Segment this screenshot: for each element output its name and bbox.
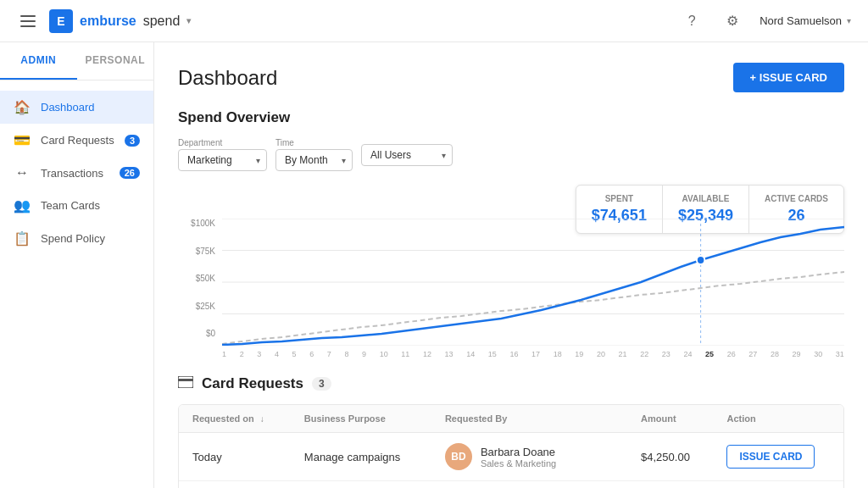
y-label-75k: $75K	[178, 247, 215, 256]
logo-brand: emburse	[80, 14, 136, 29]
chart-container: DECEMBER JANUARY ‹ › SPENT $74,651 AVAIL…	[178, 185, 844, 358]
app-logo: E emburse spend ▾	[49, 9, 191, 33]
sidebar-item-spend-policy[interactable]: 📋 Spend Policy	[0, 222, 153, 255]
y-label-0: $0	[178, 329, 215, 338]
cell-requested-on-0: Today	[179, 433, 291, 481]
department-filter-wrapper: Department Marketing Engineering Sales F…	[178, 138, 267, 171]
chart-svg	[222, 219, 844, 346]
active-cards-label: ACTIVE CARDS	[765, 194, 828, 203]
sidebar-tabs: ADMIN PERSONAL	[0, 42, 153, 80]
top-navigation: E emburse spend ▾ ? ⚙ Nord Samuelson ▾	[0, 0, 868, 42]
sidebar-label-transactions: Transactions	[41, 167, 109, 180]
sidebar-nav: 🏠 Dashboard 💳 Card Requests 3 ↔ Transact…	[0, 80, 153, 265]
y-label-25k: $25K	[178, 302, 215, 311]
y-label-50k: $50K	[178, 274, 215, 283]
dashboard-header: Dashboard + ISSUE CARD	[178, 63, 844, 92]
avatar-0: BD	[445, 443, 472, 470]
users-filter[interactable]: All Users Active Users	[361, 144, 453, 166]
card-requests-icon	[178, 376, 193, 391]
card-requests-badge: 3	[125, 135, 140, 147]
app-container: ADMIN PERSONAL 🏠 Dashboard 💳 Card Reques…	[0, 42, 868, 488]
department-filter[interactable]: Marketing Engineering Sales Finance	[178, 149, 267, 171]
card-requests-section: Card Requests 3 Requested on ↓ Business …	[178, 375, 844, 488]
settings-icon[interactable]: ⚙	[719, 8, 746, 35]
department-filter-label: Department	[178, 138, 267, 147]
col-header-business-purpose: Business Purpose	[291, 405, 431, 433]
card-requests-title: Card Requests	[202, 375, 303, 392]
requester-dept-0: Sales & Marketing	[481, 458, 556, 469]
card-requests-count-badge: 3	[312, 377, 331, 391]
logo-chevron[interactable]: ▾	[186, 16, 191, 25]
col-header-action: Action	[713, 405, 843, 433]
requester-name-0: Barbara Doane	[481, 446, 556, 458]
cell-requested-on-1: Jan 3	[179, 481, 291, 489]
help-icon[interactable]: ?	[678, 8, 705, 35]
svg-rect-6	[178, 379, 193, 381]
filters-row: Department Marketing Engineering Sales F…	[178, 138, 844, 171]
cell-requested-by-0: BD Barbara Doane Sales & Marketing	[431, 433, 627, 481]
logo-product: spend	[143, 14, 181, 29]
user-name: Nord Samuelson	[760, 14, 842, 27]
sidebar: ADMIN PERSONAL 🏠 Dashboard 💳 Card Reques…	[0, 42, 154, 488]
sidebar-label-spend-policy: Spend Policy	[41, 232, 140, 245]
topnav-left: E emburse spend ▾	[17, 9, 191, 33]
main-content: Dashboard + ISSUE CARD Spend Overview De…	[154, 42, 868, 488]
table-header: Requested on ↓ Business Purpose Requeste…	[179, 405, 843, 433]
time-filter-label: Time	[275, 138, 353, 147]
cell-amount-1: $300.00	[627, 481, 713, 489]
spend-policy-icon: 📋	[14, 230, 31, 247]
sidebar-item-team-cards[interactable]: 👥 Team Cards	[0, 189, 153, 222]
time-filter-select-wrapper: By Month By Week By Day	[275, 149, 353, 171]
available-label: AVAILABLE	[678, 194, 733, 203]
cell-requested-by-1: CG Christina Gruen Sales & Marketing	[431, 481, 627, 489]
spend-line	[222, 227, 844, 345]
time-filter[interactable]: By Month By Week By Day	[275, 149, 353, 171]
logo-icon: E	[49, 9, 73, 33]
sidebar-label-dashboard: Dashboard	[41, 101, 140, 114]
user-menu-chevron: ▾	[847, 16, 851, 25]
tab-admin[interactable]: ADMIN	[0, 42, 77, 80]
team-cards-icon: 👥	[14, 197, 31, 214]
sort-icon: ↓	[260, 414, 264, 424]
table-row: Jan 3 Tradeshow supplies CG Christina Gr…	[179, 481, 843, 489]
cell-amount-0: $4,250.00	[627, 433, 713, 481]
tab-personal[interactable]: PERSONAL	[77, 42, 154, 80]
card-requests-table-wrapper: Requested on ↓ Business Purpose Requeste…	[178, 404, 844, 488]
topnav-right: ? ⚙ Nord Samuelson ▾	[678, 8, 851, 35]
cell-business-purpose-0: Manage campaigns	[291, 433, 431, 481]
col-header-requested-by: Requested By	[431, 405, 627, 433]
card-requests-icon: 💳	[14, 132, 31, 148]
users-filter-select-wrapper: All Users Active Users	[361, 144, 453, 166]
table-row: Today Manage campaigns BD Barbara Doane …	[179, 433, 843, 481]
issue-card-button[interactable]: + ISSUE CARD	[733, 63, 844, 92]
sidebar-item-dashboard[interactable]: 🏠 Dashboard	[0, 91, 153, 124]
user-menu[interactable]: Nord Samuelson ▾	[760, 14, 851, 27]
cell-action-0: ISSUE CARD	[713, 433, 843, 481]
department-filter-select-wrapper: Marketing Engineering Sales Finance	[178, 149, 267, 171]
transactions-badge: 26	[120, 167, 140, 179]
sidebar-label-team-cards: Team Cards	[41, 199, 140, 212]
issue-card-row-button-0[interactable]: ISSUE CARD	[726, 445, 815, 469]
x-axis-labels: 1 2 3 4 5 6 7 8 9 10 11 12 13	[222, 348, 844, 358]
sidebar-label-card-requests: Card Requests	[41, 134, 114, 147]
cell-action-1: ISSUE CARD	[713, 481, 843, 489]
card-requests-header: Card Requests 3	[178, 375, 844, 392]
sidebar-item-card-requests[interactable]: 💳 Card Requests 3	[0, 124, 153, 157]
page-title: Dashboard	[178, 66, 277, 90]
col-header-requested-on: Requested on ↓	[179, 405, 291, 433]
time-filter-wrapper: Time By Month By Week By Day	[275, 138, 353, 171]
chart-dot	[697, 256, 704, 264]
hamburger-menu[interactable]	[17, 12, 39, 30]
budget-line	[222, 272, 844, 344]
transactions-icon: ↔	[14, 165, 31, 180]
spend-overview-section: Spend Overview Department Marketing Engi…	[178, 109, 844, 358]
card-requests-table: Requested on ↓ Business Purpose Requeste…	[179, 405, 843, 488]
svg-rect-5	[178, 376, 193, 388]
sidebar-item-transactions[interactable]: ↔ Transactions 26	[0, 157, 153, 189]
spent-label: SPENT	[592, 194, 647, 203]
cell-business-purpose-1: Tradeshow supplies	[291, 481, 431, 489]
chart-svg-wrapper: 1 2 3 4 5 6 7 8 9 10 11 12 13	[222, 219, 844, 358]
dashboard-icon: 🏠	[14, 99, 31, 115]
y-label-100k: $100K	[178, 219, 215, 228]
spend-overview-title: Spend Overview	[178, 109, 844, 126]
